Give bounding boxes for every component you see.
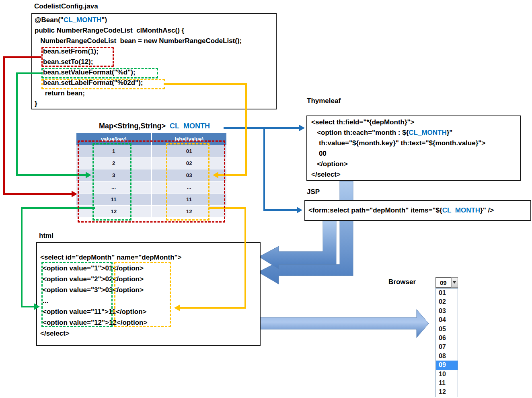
list-item[interactable]: 11 — [436, 379, 458, 388]
chevron-down-icon — [453, 281, 456, 284]
jsp-code-lines: <form:select path="depMonth" items="${CL… — [308, 200, 494, 221]
list-item[interactable]: 04 — [436, 316, 458, 324]
map-title: Map<String,String> CL_MONTH — [99, 122, 210, 130]
code-line: </select> — [36, 328, 257, 339]
code-line: NumberRangeCodeList bean = new NumberRan… — [31, 36, 274, 46]
list-item[interactable]: 12 — [436, 388, 458, 396]
list-item[interactable]: 03 — [436, 307, 458, 316]
dashed-box-html-labels — [114, 262, 171, 327]
code-line: 00 — [310, 148, 519, 159]
dashed-box-label-column — [166, 143, 210, 221]
browser-label: Browser — [388, 278, 416, 286]
diagram-canvas: CodelistConfig.java @Bean("CL_MONTH") pu… — [0, 0, 532, 398]
dashed-box-range-java — [41, 47, 114, 67]
dashed-box-html-values — [41, 262, 113, 327]
code-line: @Bean("CL_MONTH") — [31, 15, 274, 25]
dropdown-button[interactable] — [451, 277, 458, 288]
thymeleaf-title: Thymeleaf — [307, 97, 341, 105]
code-line: th:value="${month.key}" th:text="${month… — [310, 138, 519, 148]
html-title: html — [39, 232, 53, 240]
code-line: } — [31, 99, 274, 109]
list-item[interactable]: 06 — [436, 334, 458, 342]
list-item-selected[interactable]: 09 — [436, 361, 458, 369]
thymeleaf-to-html-arrow — [258, 181, 353, 284]
list-item[interactable]: 07 — [436, 342, 458, 351]
month-select-value[interactable]: 09 — [435, 277, 451, 288]
dashed-box-key-column — [92, 143, 131, 221]
list-item[interactable]: 08 — [436, 352, 458, 361]
list-item[interactable]: 01 — [436, 289, 458, 297]
code-line: <option th:each="month : ${CL_MONTH}" — [310, 128, 519, 138]
java-file-title: CodelistConfig.java — [34, 2, 98, 10]
list-item[interactable]: 05 — [436, 325, 458, 334]
html-to-browser-arrow — [260, 309, 429, 338]
list-item[interactable]: 10 — [436, 370, 458, 379]
list-item[interactable]: 02 — [436, 297, 458, 306]
code-line: <form:select path="depMonth" items="${CL… — [308, 200, 494, 221]
code-line: </select> — [310, 169, 519, 180]
code-line: <select id="depMonth" name="depMonth"> — [36, 252, 257, 263]
dashed-box-value-format-java — [41, 68, 158, 78]
code-line: </option> — [310, 159, 519, 169]
arrowhead — [297, 207, 302, 213]
code-line: return bean; — [31, 88, 274, 99]
thymeleaf-code-lines: <select th:field="*{depMonth}"> <option … — [310, 117, 519, 180]
month-select-list[interactable]: 01 02 03 04 05 06 07 08 09 10 11 12 — [435, 288, 458, 397]
blue-connector-jsp — [264, 128, 297, 210]
month-select[interactable]: 09 — [435, 277, 458, 288]
jsp-to-html-arrow — [259, 221, 336, 269]
code-line: <select th:field="*{depMonth}"> — [310, 117, 519, 128]
arrowhead — [299, 125, 305, 131]
jsp-title: JSP — [307, 188, 320, 196]
map-title-cl-month: CL_MONTH — [170, 122, 210, 130]
code-line: public NumberRangeCodeList clMonthAsc() … — [31, 25, 274, 36]
dashed-box-label-format-java — [41, 79, 165, 89]
